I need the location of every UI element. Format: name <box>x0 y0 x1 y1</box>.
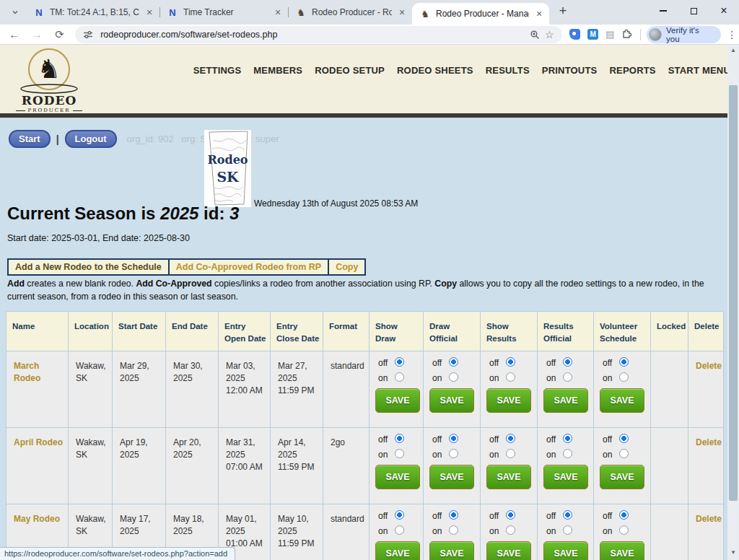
tab-rodeo-setup[interactable]: ♞ Rodeo Producer - Rodeo Setup × <box>288 3 412 22</box>
nav-item-settings[interactable]: SETTINGS <box>193 65 242 76</box>
on-radio[interactable] <box>506 449 515 458</box>
tag-extension-icon[interactable] <box>569 29 580 40</box>
off-radio[interactable] <box>619 357 629 367</box>
on-radio[interactable] <box>619 372 629 382</box>
off-radio[interactable] <box>619 510 629 520</box>
off-label: off <box>546 510 560 522</box>
on-radio[interactable] <box>449 449 458 458</box>
save-button[interactable]: SAVE <box>375 465 420 489</box>
nav-item-results[interactable]: RESULTS <box>486 65 530 76</box>
off-radio[interactable] <box>506 510 515 520</box>
off-radio[interactable] <box>619 434 629 443</box>
tab-manage-rodeos-active[interactable]: ♞ Rodeo Producer - Manage Rod × <box>412 3 549 25</box>
on-radio[interactable] <box>619 525 629 535</box>
zoom-icon[interactable] <box>528 27 542 42</box>
table-row: April Rodeo Wakaw, SK Apr 19, 2025 Apr 2… <box>6 428 724 504</box>
save-button[interactable]: SAVE <box>429 388 474 413</box>
col-show-draw: Show Draw <box>370 312 424 351</box>
off-radio[interactable] <box>449 357 458 367</box>
save-button[interactable]: SAVE <box>600 465 644 489</box>
on-radio[interactable] <box>395 525 404 535</box>
on-radio[interactable] <box>395 372 404 382</box>
add-new-rodeo-button[interactable]: Add a New Rodeo to the Schedule <box>7 258 170 276</box>
logout-button[interactable]: Logout <box>65 130 117 148</box>
site-settings-icon[interactable] <box>81 27 95 42</box>
add-co-approved-button[interactable]: Add Co-Approved Rodeo from RP <box>168 258 329 276</box>
scroll-down-icon[interactable]: ▼ <box>727 547 739 557</box>
tab-close-icon[interactable]: × <box>533 8 545 19</box>
save-button[interactable]: SAVE <box>543 388 588 413</box>
tab-time-tracker[interactable]: N Time Tracker × <box>159 3 288 22</box>
off-radio[interactable] <box>563 357 572 367</box>
rodeo-name-link[interactable]: March Rodeo <box>14 361 40 383</box>
tab-close-icon[interactable]: × <box>396 6 408 18</box>
minimize-icon[interactable] <box>648 0 678 22</box>
profile-verify-button[interactable]: Verify it's you <box>647 26 720 43</box>
delete-link[interactable]: Delete <box>696 361 722 371</box>
on-radio[interactable] <box>563 372 572 382</box>
save-button[interactable]: SAVE <box>375 388 420 413</box>
nav-item-rodeo-sheets[interactable]: RODEO SHEETS <box>397 65 473 76</box>
on-radio[interactable] <box>449 525 458 535</box>
off-radio[interactable] <box>449 434 458 443</box>
save-button[interactable]: SAVE <box>600 388 644 413</box>
tab-tm[interactable]: N TM: Tot:24 A:1, B:15, C:7, D:0, E × <box>26 3 159 22</box>
nav-item-printouts[interactable]: PRINTOUTS <box>542 65 598 76</box>
save-button[interactable]: SAVE <box>486 541 531 560</box>
off-radio[interactable] <box>506 434 515 443</box>
url-text[interactable]: rodeoproducer.com/software/set-rodeos.ph… <box>100 30 528 40</box>
save-button[interactable]: SAVE <box>486 465 531 489</box>
save-button[interactable]: SAVE <box>543 541 588 560</box>
reload-icon[interactable]: ⟳ <box>51 26 68 43</box>
main-nav: SETTINGS MEMBERS RODEO SETUP RODEO SHEET… <box>193 65 730 76</box>
save-button[interactable]: SAVE <box>486 388 531 413</box>
delete-link[interactable]: Delete <box>696 514 722 524</box>
nav-item-reports[interactable]: REPORTS <box>609 65 655 76</box>
off-radio[interactable] <box>563 510 572 520</box>
save-button[interactable]: SAVE <box>543 465 588 489</box>
on-radio[interactable] <box>506 372 515 382</box>
scroll-up-icon[interactable]: ▲ <box>727 45 739 55</box>
nav-item-members[interactable]: MEMBERS <box>253 65 302 76</box>
nav-item-start-menu[interactable]: START MENU <box>668 65 730 76</box>
address-bar[interactable]: rodeoproducer.com/software/set-rodeos.ph… <box>75 26 562 43</box>
copy-button[interactable]: Copy <box>328 258 366 276</box>
m-extension-icon[interactable]: M <box>587 29 598 40</box>
rodeo-name-link[interactable]: May Rodeo <box>14 514 60 524</box>
kebab-menu-icon[interactable]: ⋮ <box>725 29 739 40</box>
on-radio[interactable] <box>506 525 515 535</box>
on-radio[interactable] <box>449 372 458 382</box>
on-radio[interactable] <box>619 449 629 458</box>
scrollbar-thumb[interactable] <box>729 85 738 501</box>
save-button[interactable]: SAVE <box>429 465 474 489</box>
tab-close-icon[interactable]: × <box>144 6 155 18</box>
off-radio[interactable] <box>395 434 404 443</box>
on-radio[interactable] <box>563 525 572 535</box>
save-button[interactable]: SAVE <box>429 541 474 560</box>
page-scrollbar[interactable]: ▲ ▼ <box>727 45 739 560</box>
bookmark-star-icon[interactable]: ☆ <box>542 27 556 42</box>
back-icon[interactable]: ← <box>6 26 22 43</box>
nav-item-rodeo-setup[interactable]: RODEO SETUP <box>315 65 385 76</box>
maximize-icon[interactable] <box>678 0 709 22</box>
close-window-icon[interactable]: × <box>709 0 739 22</box>
tab-search-chevron-icon[interactable] <box>6 3 25 22</box>
notes-extension-icon[interactable]: ▤ <box>605 29 614 40</box>
col-start-date: Start Date <box>113 312 166 351</box>
off-radio[interactable] <box>395 510 404 520</box>
off-radio[interactable] <box>395 357 404 367</box>
on-radio[interactable] <box>395 449 404 458</box>
site-logo[interactable]: ♞ RODEO PRODUCER <box>16 48 82 113</box>
rodeo-name-link[interactable]: April Rodeo <box>14 437 63 447</box>
puzzle-extensions-icon[interactable] <box>621 27 633 42</box>
tab-close-icon[interactable]: × <box>272 6 284 18</box>
start-button[interactable]: Start <box>9 130 51 148</box>
save-button[interactable]: SAVE <box>375 541 420 560</box>
off-radio[interactable] <box>449 510 458 520</box>
save-button[interactable]: SAVE <box>600 541 644 560</box>
delete-link[interactable]: Delete <box>696 437 722 447</box>
on-radio[interactable] <box>563 449 572 458</box>
off-radio[interactable] <box>506 357 515 367</box>
new-tab-icon[interactable]: + <box>554 1 572 20</box>
off-radio[interactable] <box>563 434 572 443</box>
